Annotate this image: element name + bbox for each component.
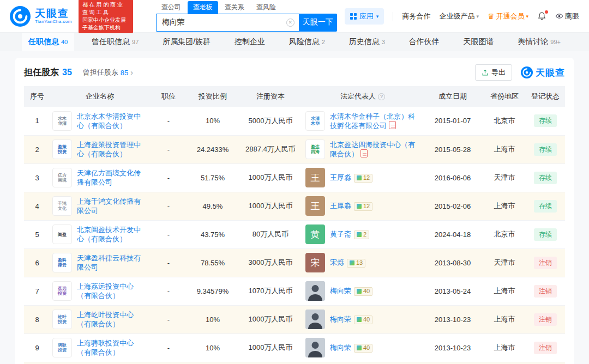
nav-tab-5[interactable]: 风险信息2 [283, 33, 332, 51]
export-button[interactable]: 导出 [475, 64, 512, 81]
red-flag-icon [360, 149, 368, 157]
nav-tab-6[interactable]: 历史信息3 [342, 33, 392, 51]
company-link[interactable]: 上海千鸿文化传播有限公司 [77, 197, 147, 215]
column-header: 法定代表人? [303, 86, 422, 107]
company-cell: 水木华清北京水木华清投资中心（有限合伙） [50, 107, 149, 135]
capital-cell: 2887.4万人民币 [238, 135, 303, 163]
nav-tab-1[interactable]: 任职信息40 [22, 33, 74, 51]
company-link[interactable]: 上海骋耿投资中心（有限合伙） [77, 338, 147, 357]
position-cell: - [149, 333, 188, 362]
shareholder-card: 担任股东 35 曾担任股东 85 › 导出 [15, 58, 574, 364]
column-header: 注册资本 [238, 86, 303, 107]
nav-tab-8[interactable]: 天眼图谱 [456, 33, 500, 51]
position-cell: - [149, 163, 188, 192]
search-tab-3[interactable]: 查关系 [219, 1, 250, 14]
search-tab-4[interactable]: 查风险 [251, 1, 281, 14]
status-cell: 存续 [526, 135, 565, 163]
crown-icon: ♛ [488, 13, 495, 20]
company-link[interactable]: 上海荔远投资中心（有限合伙） [77, 282, 147, 300]
legal-rep-link[interactable]: 梅向荣 [330, 343, 351, 351]
status-cell [526, 362, 565, 364]
eagle-eye-link[interactable]: 鹰眼 [555, 11, 579, 21]
company-cell: 盈策投资上海盈策投资管理中心（有限合伙） [50, 135, 149, 163]
company-link[interactable]: 上海盈策投资管理中心（有限合伙） [77, 140, 147, 159]
brand-domain: TianYanCha.com [35, 19, 72, 24]
tianyancha-logo[interactable]: 天眼查 TianYanCha.com 都 在 用 的 商 业 查 询 工 具 国… [10, 0, 133, 33]
legal-rep-cell: 梅向荣40 [303, 305, 422, 333]
partner-badge-icon [350, 260, 354, 265]
partner-count-badge[interactable]: 2 [354, 230, 369, 239]
section-count: 35 [62, 68, 72, 77]
search-input[interactable] [157, 18, 299, 27]
legal-rep-link[interactable]: 北京盈达四海投资中心（有限合伙） [330, 141, 415, 158]
capital-cell: 1000万人民币 [238, 163, 303, 192]
position-cell: - [149, 277, 188, 305]
export-icon [482, 69, 489, 76]
status-badge: 注销 [534, 313, 557, 326]
search-tab-1[interactable]: 查公司 [156, 1, 187, 14]
enterprise-products-menu[interactable]: 企业级产品 ▾ [439, 11, 479, 21]
nav-tab-2[interactable]: 曾任职信息97 [85, 33, 145, 51]
partner-count-badge[interactable]: 40 [354, 344, 372, 353]
legal-rep-link[interactable]: 黄子斋 [330, 230, 351, 238]
company-logo: 荔远投资 [52, 281, 72, 301]
legal-rep-link[interactable]: 王厚淼 [330, 173, 351, 181]
search-area: 查公司查老板查关系查风险 ✕ 天眼一下 [156, 1, 337, 32]
company-logo: 千鸿文化 [52, 196, 72, 216]
company-cell: 骋耿投资上海骋耿投资中心（有限合伙） [50, 333, 149, 362]
date-cell: 2013-10-23 [422, 333, 483, 362]
ratio-cell: 49.5% [188, 192, 238, 220]
former-shareholder-link[interactable]: 曾担任股东 85 › [83, 68, 133, 77]
company-link[interactable]: 天津盈科律云科技有限公司 [77, 253, 147, 272]
legal-rep-link[interactable]: 水清木华金种子（北京）科技孵化器有限公司 [330, 112, 415, 130]
position-cell: - [149, 107, 188, 135]
partner-count-badge[interactable]: 40 [354, 316, 372, 324]
nav-tab-9[interactable]: 舆情讨论99+ [511, 33, 567, 51]
ratio-cell: 9.34579% [188, 277, 238, 305]
nav-tabs: 任职信息40曾任职信息97所属集团/族群控制企业风险信息2历史信息3合作伙伴天眼… [0, 33, 589, 51]
main-content: 担任股东 35 曾担任股东 85 › 导出 [0, 51, 589, 364]
status-cell: 存续 [526, 107, 565, 135]
company-link[interactable]: 北京阊盈技术开发中心（有限合伙） [77, 225, 147, 244]
company-link[interactable]: 天津亿方画境文化传播有限公司 [77, 168, 147, 187]
ratio-cell: 10% [188, 305, 238, 333]
clear-icon[interactable]: ✕ [286, 19, 294, 27]
ratio-cell: 51.75% [188, 163, 238, 192]
legal-rep-link[interactable]: 梅向荣 [330, 287, 351, 295]
search-tabs: 查公司查老板查关系查风险 [156, 1, 337, 14]
company-cell: 投资上海投资中心（有 [50, 362, 149, 364]
company-link[interactable]: 北京水木华清投资中心（有限合伙） [77, 112, 147, 130]
table-row: 10投资上海投资中心（有 [24, 362, 565, 364]
column-header: 职位 [149, 86, 188, 107]
column-header: 投资比例 [188, 86, 238, 107]
nav-tab-7[interactable]: 合作伙伴 [402, 33, 446, 51]
company-link[interactable]: 上海屹叶投资中心（有限合伙） [77, 310, 147, 329]
status-cell: 存续 [526, 220, 565, 248]
region-cell: 北京市 [483, 220, 526, 248]
company-logo: 盈策投资 [52, 139, 72, 159]
legal-rep-link[interactable]: 梅向荣 [330, 315, 351, 323]
business-coop-link[interactable]: 商务合作 [402, 11, 430, 21]
partner-count-badge[interactable]: 13 [347, 259, 365, 268]
nav-tab-4[interactable]: 控制企业 [228, 33, 272, 51]
partner-count-badge[interactable]: 40 [354, 287, 372, 296]
bell-icon[interactable] [537, 11, 546, 21]
nav-tab-3[interactable]: 所属集团/族群 [156, 33, 217, 51]
search-button[interactable]: 天眼一下 [299, 14, 337, 32]
search-tab-2[interactable]: 查老板 [188, 1, 218, 14]
person-avatar: 王 [305, 196, 325, 216]
apps-menu[interactable]: 应用 ▾ [345, 8, 384, 25]
vip-menu[interactable]: ♛ 开通会员 ▾ [488, 11, 528, 21]
tianyancha-watermark-icon [521, 66, 533, 78]
region-cell: 上海市 [483, 192, 526, 220]
section-title: 担任股东 [24, 67, 59, 78]
partner-count-badge[interactable]: 12 [354, 202, 372, 211]
position-cell [149, 362, 188, 364]
legal-rep-link[interactable]: 王厚淼 [330, 202, 351, 210]
legal-rep-link[interactable]: 宋烁 [330, 258, 344, 266]
tianyancha-logo-icon [10, 6, 31, 27]
row-index: 10 [24, 362, 50, 364]
partner-count-badge[interactable]: 12 [354, 174, 372, 183]
partner-badge-icon [357, 317, 362, 322]
region-cell: 北京市 [483, 107, 526, 135]
